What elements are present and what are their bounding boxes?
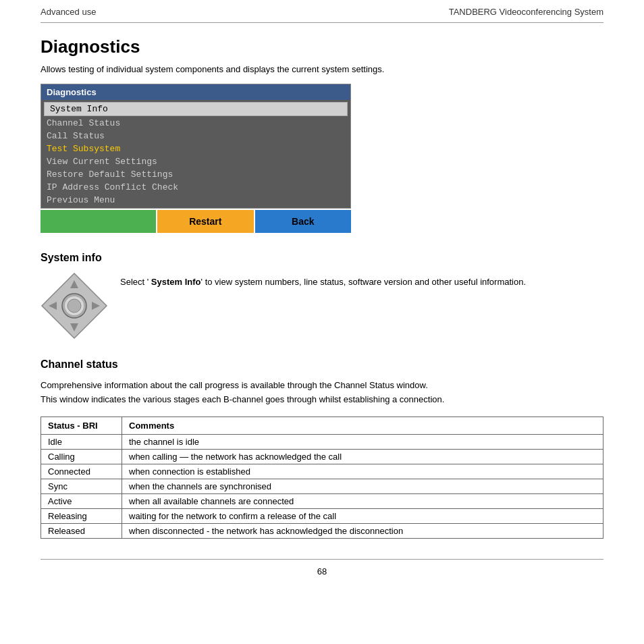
diagnostics-menu-box: Diagnostics System InfoChannel StatusCal…	[41, 84, 351, 209]
page-header: Advanced use TANDBERG Videoconferencing …	[41, 0, 603, 23]
page-number: 68	[317, 566, 327, 576]
bri-table-header-row: Status - BRI Comments	[41, 417, 603, 434]
table-row: Connectedwhen connection is established	[41, 464, 603, 479]
comment-cell: waiting for the network to confirm a rel…	[122, 508, 603, 523]
menu-items-list: System InfoChannel StatusCall StatusTest…	[41, 100, 350, 208]
comment-cell: the channel is idle	[122, 434, 603, 449]
restart-button[interactable]: Restart	[156, 210, 255, 233]
menu-item[interactable]: View Current Settings	[41, 155, 350, 168]
system-info-bold: System Info	[151, 277, 201, 287]
comment-cell: when connection is established	[122, 464, 603, 479]
menu-title-bar: Diagnostics	[41, 84, 350, 100]
header-left: Advanced use	[41, 7, 96, 17]
status-cell: Active	[41, 493, 122, 508]
header-center: TANDBERG Videoconferencing System	[449, 7, 603, 17]
status-cell: Calling	[41, 449, 122, 464]
menu-item[interactable]: Channel Status	[41, 117, 350, 130]
system-info-prefix: Select '	[120, 277, 151, 287]
table-row: Releasingwaiting for the network to conf…	[41, 508, 603, 523]
bri-table: Status - BRI Comments Idlethe channel is…	[41, 417, 603, 539]
table-row: Activewhen all available channels are co…	[41, 493, 603, 508]
comment-cell: when the channels are synchronised	[122, 479, 603, 493]
col-status-header: Status - BRI	[41, 417, 122, 434]
intro-text: Allows testing of individual system comp…	[41, 64, 603, 74]
comment-cell: when calling — the network has acknowled…	[122, 449, 603, 464]
table-row: Idlethe channel is idle	[41, 434, 603, 449]
system-info-content: Select ' System Info' to view system num…	[41, 272, 603, 340]
channel-desc-line2: This window indicates the various stages…	[41, 394, 444, 404]
menu-item[interactable]: System Info	[44, 102, 348, 116]
button-bar: Restart Back	[41, 210, 351, 233]
menu-item[interactable]: Restore Default Settings	[41, 168, 350, 181]
menu-item[interactable]: Test Subsystem	[41, 142, 350, 155]
status-cell: Sync	[41, 479, 122, 493]
menu-item[interactable]: IP Address Conflict Check	[41, 181, 350, 194]
status-cell: Idle	[41, 434, 122, 449]
svg-point-3	[68, 299, 81, 313]
green-button	[41, 210, 156, 233]
menu-item[interactable]: Previous Menu	[41, 194, 350, 207]
channel-status-section: Channel status Comprehensive information…	[41, 358, 603, 539]
status-cell: Releasing	[41, 508, 122, 523]
comment-cell: when disconnected - the network has ackn…	[122, 523, 603, 538]
table-row: Releasedwhen disconnected - the network …	[41, 523, 603, 538]
channel-status-title: Channel status	[41, 358, 603, 371]
status-cell: Connected	[41, 464, 122, 479]
back-button[interactable]: Back	[255, 210, 352, 233]
page-title: Diagnostics	[41, 36, 603, 57]
table-row: Callingwhen calling — the network has ac…	[41, 449, 603, 464]
menu-item[interactable]: Call Status	[41, 130, 350, 142]
channel-desc-line1: Comprehensive information about the call…	[41, 380, 428, 390]
page-footer: 68	[41, 559, 603, 583]
status-cell: Released	[41, 523, 122, 538]
system-info-text: Select ' System Info' to view system num…	[120, 272, 526, 289]
system-info-suffix: ' to view system numbers, line status, s…	[201, 277, 527, 287]
nav-diamond	[41, 272, 108, 340]
channel-status-desc: Comprehensive information about the call…	[41, 379, 603, 407]
system-info-section-title: System info	[41, 252, 603, 264]
col-comments-header: Comments	[122, 417, 603, 434]
table-row: Syncwhen the channels are synchronised	[41, 479, 603, 493]
comment-cell: when all available channels are connecte…	[122, 493, 603, 508]
